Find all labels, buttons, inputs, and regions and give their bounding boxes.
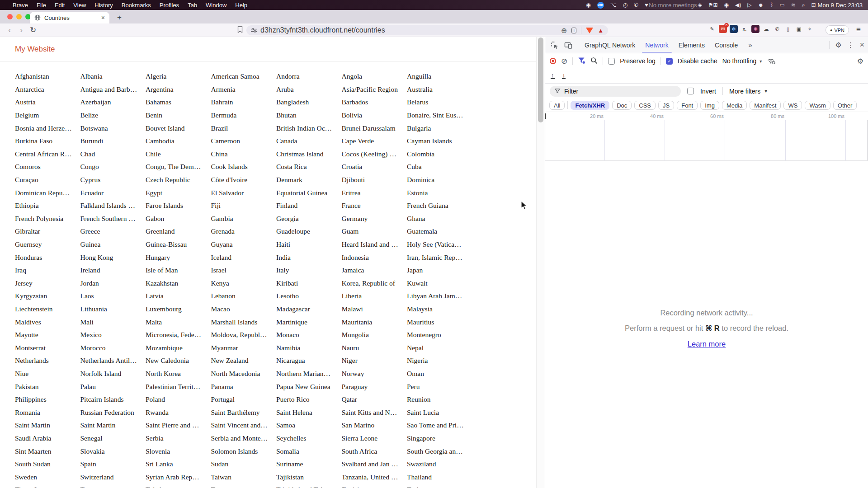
status-icon[interactable]: ⊞ [713,2,718,8]
filter-chip[interactable]: WS [783,101,802,110]
extension-icon[interactable]: ▣ [795,25,803,33]
extension-icon[interactable]: ✺ [751,25,760,33]
address-bar[interactable]: d3hzn3tyfnt3th.cloudfront.net/countries … [246,25,608,35]
filter-chip[interactable]: CSS [634,101,656,110]
devtools-close-icon[interactable]: × [859,40,864,50]
devtools-settings-icon[interactable]: ⚙ [835,41,841,49]
import-har-icon[interactable]: ↑ [551,73,555,79]
menubar-item[interactable]: File [37,2,46,9]
filter-chip[interactable]: Font [677,101,698,110]
kebab-menu-icon[interactable]: ⋮ [847,41,854,49]
status-icon[interactable]: ◀) [735,2,741,8]
bookmark-icon[interactable] [237,26,243,35]
export-har-icon[interactable]: ↓ [562,73,566,79]
close-window-button[interactable] [7,14,13,19]
brave-shield-icon[interactable] [586,28,593,33]
site-title[interactable]: My Website [15,45,55,54]
menubar-item[interactable]: Tab [188,2,197,9]
extension-icon[interactable]: ✧ [806,25,814,33]
minimize-window-button[interactable] [16,14,22,19]
brave-rewards-icon[interactable]: ▲ [598,27,604,34]
status-icon[interactable]: ☻ [758,2,764,8]
filter-chip[interactable]: Manifest [750,101,781,110]
clear-button[interactable]: ⊘ [561,56,567,66]
country-item: Eritrea [342,189,407,197]
extension-icon[interactable]: ☁ [762,25,770,33]
extension-icon[interactable]: ✎ [708,25,716,33]
filter-chip[interactable]: JS [658,101,674,110]
reload-button[interactable]: ↻ [27,25,39,35]
extension-icon[interactable]: ▯ [784,25,792,33]
devtools-tab[interactable]: Elements [674,37,710,53]
filter-chip[interactable]: Wasm [805,101,830,110]
status-icon[interactable]: ⊡ [811,2,816,8]
status-icon[interactable]: ◉ [586,2,590,8]
menubar-item[interactable]: History [94,2,113,9]
menubar-item[interactable]: Bookmarks [122,2,151,9]
extension-icon[interactable]: ✉ 6 [719,25,727,33]
record-button[interactable] [550,58,556,64]
site-settings-icon[interactable] [251,28,257,33]
status-icon[interactable]: ▭ [779,2,784,8]
url-text[interactable]: d3hzn3tyfnt3th.cloudfront.net/countries [260,26,385,34]
new-tab-button[interactable]: + [114,12,125,23]
filter-chip-all[interactable]: All [549,101,565,110]
devtools-tab[interactable]: GraphQL Network [580,37,640,53]
network-conditions-icon[interactable] [767,57,776,66]
status-icon[interactable]: ✆ [634,2,638,8]
page-scrollbar[interactable] [536,37,545,488]
search-icon[interactable] [590,57,598,66]
status-icon[interactable]: ♥ [645,2,648,8]
filter-chip[interactable]: Media [722,101,747,110]
back-button[interactable]: ‹ [4,26,15,35]
network-settings-icon[interactable]: ⚙ [857,57,863,66]
extension-icon[interactable]: ✆ [773,25,781,33]
status-icon[interactable]: ◴ [623,2,627,8]
more-tabs-icon[interactable]: » [745,37,755,53]
menubar-clock[interactable]: 23:03 [848,2,863,9]
meetings-status[interactable]: No more meetings [649,2,697,9]
more-filters-button[interactable]: More filters ▼ [729,88,768,95]
menubar-item[interactable]: Help [235,2,247,9]
menubar-item[interactable]: Profiles [160,2,179,9]
browser-tab-countries[interactable]: Countries × [30,12,109,23]
invert-checkbox[interactable] [687,88,694,94]
menubar-item[interactable]: Window [206,2,226,9]
forward-button[interactable]: › [15,26,27,35]
devtools-tab[interactable]: Network [640,37,673,53]
scrollbar-thumb[interactable] [538,38,543,122]
filter-toggle-icon[interactable] [578,56,585,66]
zoom-page-icon[interactable]: ⊕ [561,26,567,35]
menubar-item[interactable]: Brave [13,2,28,9]
status-icon[interactable]: ⌥ [610,2,617,8]
throttling-select[interactable]: No throttling ▾ [722,57,762,65]
inspect-element-icon[interactable] [549,41,561,49]
share-icon[interactable]: ↑ [571,28,576,33]
filter-chip[interactable]: Other [833,101,857,110]
status-icon[interactable]: ▷ [747,2,751,8]
status-icon[interactable]: ⌕ [802,2,805,8]
devtools-tab[interactable]: Console [710,37,743,53]
status-icon[interactable]: ⚑ [708,2,713,8]
network-filter-input[interactable]: Filter [550,86,681,97]
menubar-item[interactable]: View [73,2,86,9]
device-toolbar-icon[interactable] [562,41,574,49]
disable-cache-checkbox[interactable]: ✓ [666,58,673,65]
filter-chip[interactable]: Img [700,101,719,110]
browser-menu-button[interactable]: ≡ [856,25,861,34]
extension-icon[interactable]: ❄ [730,25,738,33]
preserve-log-checkbox[interactable] [608,58,615,65]
status-icon[interactable]: ᛒ [770,2,773,8]
menubar-item[interactable]: Edit [55,2,65,9]
tab-close-icon[interactable]: × [101,14,105,21]
vpn-button[interactable]: ● VPN [826,25,849,35]
status-icon[interactable]: ◈ [698,2,702,8]
filter-chip[interactable]: Fetch/XHR [571,101,609,110]
status-icon[interactable]: ◉ [724,2,729,8]
learn-more-link[interactable]: Learn more [688,340,726,348]
filter-chip[interactable]: Doc [612,101,632,110]
status-icon[interactable]: zm [597,2,604,9]
menubar-date[interactable]: Mon 9 Dec [818,2,846,9]
status-icon[interactable]: ≋ [791,2,796,8]
extension-icon[interactable]: x. [741,25,749,33]
